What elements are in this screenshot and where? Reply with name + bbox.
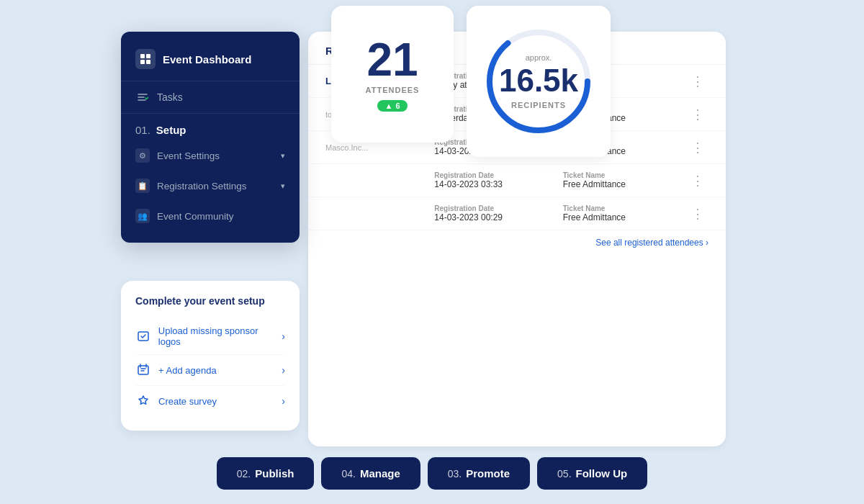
publish-num: 02. xyxy=(237,468,251,480)
chevron-right-icon: ▾ xyxy=(281,151,285,161)
dashboard-icon xyxy=(135,49,156,69)
svg-rect-3 xyxy=(146,60,150,64)
reg-val-5: 14-03-2023 00:29 xyxy=(434,212,551,222)
see-all-link[interactable]: See all registered attendees › xyxy=(308,230,726,255)
recipients-number: 16.5k xyxy=(499,65,578,96)
sidebar-item-registration[interactable]: 📋 Registration Settings ▾ xyxy=(121,171,300,201)
sidebar-title: Event Dashboard xyxy=(163,53,251,66)
followup-button[interactable]: 05. Follow Up xyxy=(537,457,647,490)
attendees-label: ATTENDEES xyxy=(366,86,420,94)
event-settings-icon: ⚙ xyxy=(135,148,150,163)
agenda-label: + Add agenda xyxy=(158,365,217,376)
ticket-label-5: Ticket Name xyxy=(563,204,680,212)
promote-num: 03. xyxy=(448,468,462,480)
community-icon: 👥 xyxy=(135,209,150,223)
sidebar-tasks[interactable]: Tasks xyxy=(121,81,300,114)
reg-val-4: 14-03-2023 03:33 xyxy=(434,179,551,189)
setup-item-sponsors[interactable]: Upload missing sponsor logos › xyxy=(135,318,285,355)
sidebar-section: 01. Setup xyxy=(121,114,300,140)
survey-label: Create survey xyxy=(158,396,217,407)
community-label: Event Community xyxy=(157,211,234,222)
reg-label-4: Registration Date xyxy=(434,171,551,179)
survey-icon xyxy=(135,393,151,409)
row-5-menu[interactable]: ⋮ xyxy=(691,206,708,222)
sponsor-logo-icon xyxy=(135,328,151,344)
followup-label: Follow Up xyxy=(576,467,628,480)
row-3-menu[interactable]: ⋮ xyxy=(691,140,708,156)
svg-rect-7 xyxy=(138,366,148,374)
tasks-icon xyxy=(135,90,150,104)
arrow-icon-3: › xyxy=(282,395,285,407)
attendees-badge: ▲ 6 xyxy=(377,100,407,112)
table-row: Registration Date 14-03-2023 03:33 Ticke… xyxy=(308,164,726,197)
svg-rect-2 xyxy=(140,60,145,64)
ticket-val-4: Free Admittance xyxy=(563,179,680,189)
setup-card: Complete your event setup Upload missing… xyxy=(121,281,300,431)
section-number: 01. xyxy=(135,124,150,136)
sidebar-header: Event Dashboard xyxy=(121,43,300,81)
setup-item-survey[interactable]: Create survey › xyxy=(135,386,285,416)
svg-rect-0 xyxy=(140,54,145,58)
row-3-sub: Masco.Inc... xyxy=(325,143,423,152)
recipients-label: RECIPIENTS xyxy=(511,101,566,109)
agenda-icon xyxy=(135,362,151,378)
setup-title: Complete your event setup xyxy=(135,295,285,307)
table-row: Registration Date 14-03-2023 00:29 Ticke… xyxy=(308,197,726,230)
manage-button[interactable]: 04. Manage xyxy=(321,457,420,490)
approx-label: approx. xyxy=(526,53,552,62)
ticket-label-4: Ticket Name xyxy=(563,171,680,179)
attendees-card: 21 ATTENDEES ▲ 6 xyxy=(331,6,454,143)
up-icon: ▲ xyxy=(384,102,392,110)
sidebar-item-event-settings[interactable]: ⚙ Event Settings ▾ xyxy=(121,140,300,171)
arrow-icon-2: › xyxy=(282,364,285,376)
setup-item-agenda[interactable]: + Add agenda › xyxy=(135,355,285,386)
row-2-menu[interactable]: ⋮ xyxy=(691,107,708,122)
attendees-number: 21 xyxy=(366,37,418,83)
sidebar: Event Dashboard Tasks 01. Setup ⚙ Event … xyxy=(121,32,300,243)
ticket-val-5: Free Admittance xyxy=(563,212,680,222)
row-1-menu[interactable]: ⋮ xyxy=(691,73,708,89)
publish-label: Publish xyxy=(255,467,294,480)
tasks-label: Tasks xyxy=(157,91,183,103)
sponsor-label: Upload missing sponsor logos xyxy=(158,325,282,347)
event-settings-label: Event Settings xyxy=(157,150,220,161)
circle-ring: approx. 16.5k RECIPIENTS xyxy=(481,24,596,139)
sidebar-item-community[interactable]: 👥 Event Community xyxy=(121,201,300,231)
badge-count: 6 xyxy=(395,102,400,110)
promote-button[interactable]: 03. Promote xyxy=(428,457,530,490)
row-4-menu[interactable]: ⋮ xyxy=(691,173,708,189)
manage-label: Manage xyxy=(360,467,400,480)
section-label: Setup xyxy=(156,124,186,136)
registration-icon: 📋 xyxy=(135,179,150,193)
chevron-right-icon-2: ▾ xyxy=(281,181,285,191)
registration-label: Registration Settings xyxy=(157,181,247,192)
publish-button[interactable]: 02. Publish xyxy=(217,457,315,490)
promote-label: Promote xyxy=(466,467,510,480)
reg-label-5: Registration Date xyxy=(434,204,551,212)
bottom-nav: 02. Publish 04. Manage 03. Promote 05. F… xyxy=(0,457,864,490)
arrow-icon-1: › xyxy=(282,330,285,342)
manage-num: 04. xyxy=(341,468,355,480)
followup-num: 05. xyxy=(557,468,571,480)
recipients-card: approx. 16.5k RECIPIENTS xyxy=(467,6,611,157)
svg-rect-1 xyxy=(146,54,150,58)
